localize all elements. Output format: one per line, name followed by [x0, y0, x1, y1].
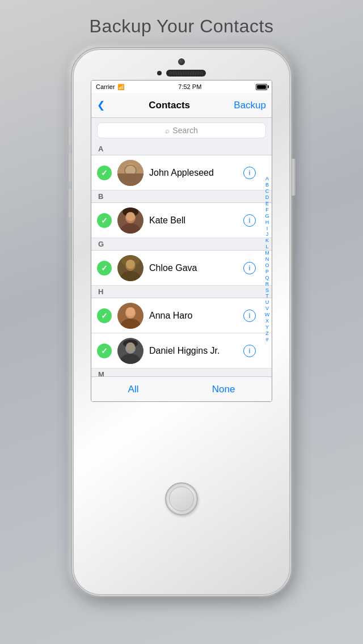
check-icon[interactable]: [97, 261, 112, 276]
status-left: Carrier 📶: [96, 83, 124, 90]
info-button[interactable]: i: [243, 310, 256, 322]
chevron-left-icon: ❮: [97, 99, 105, 111]
svg-point-22: [126, 342, 135, 351]
contact-row[interactable]: Kate Bell i: [91, 203, 272, 238]
avatar: [117, 338, 143, 364]
battery-icon: [256, 84, 267, 90]
az-letter-t[interactable]: T: [265, 294, 269, 299]
none-button[interactable]: None: [212, 384, 235, 395]
check-icon[interactable]: [97, 308, 112, 323]
home-button[interactable]: [165, 482, 198, 515]
az-letter-d[interactable]: D: [265, 195, 269, 201]
az-index: A B C D E F G H I J K L M N O P Q R S T: [263, 143, 272, 376]
contact-row[interactable]: Daniel Higgins Jr. i: [91, 333, 272, 368]
section-header-a: A: [91, 143, 272, 155]
svg-point-17: [126, 307, 135, 316]
contact-name: Kate Bell: [149, 215, 243, 226]
info-button[interactable]: i: [243, 214, 256, 227]
speaker-grille: [166, 70, 206, 77]
check-icon[interactable]: [97, 166, 112, 180]
section-header-g: G: [91, 238, 272, 251]
az-letter-v[interactable]: V: [265, 306, 269, 312]
az-letter-f[interactable]: F: [265, 207, 269, 213]
home-button-inner: [169, 486, 194, 511]
az-letter-j[interactable]: J: [266, 232, 269, 238]
svg-point-13: [126, 260, 135, 269]
az-letter-e[interactable]: E: [265, 201, 269, 207]
avatar: [117, 207, 143, 234]
info-button[interactable]: i: [243, 345, 256, 357]
contact-row[interactable]: Chloe Gava i: [91, 251, 272, 286]
az-letter-r[interactable]: R: [265, 282, 269, 287]
phone-bottom: [165, 402, 198, 596]
nav-title: Contacts: [149, 100, 190, 111]
az-letter-l[interactable]: L: [265, 244, 268, 250]
svg-point-8: [126, 212, 135, 221]
avatar: [117, 303, 143, 329]
search-placeholder: Search: [172, 126, 197, 135]
contact-name: Anna Haro: [149, 311, 243, 321]
status-right: [256, 84, 267, 90]
svg-rect-0: [117, 160, 143, 186]
contact-row[interactable]: Anna Haro i: [91, 298, 272, 333]
az-letter-m[interactable]: M: [265, 251, 269, 256]
phone-top-area: [72, 48, 291, 77]
az-letter-o[interactable]: O: [265, 263, 269, 269]
search-container: ⌕ Search: [91, 118, 272, 143]
volume-up-button[interactable]: [67, 153, 71, 181]
section-header-b: B: [91, 190, 272, 203]
az-letter-b[interactable]: B: [265, 183, 269, 188]
az-letter-p[interactable]: P: [265, 269, 269, 275]
section-header-m: M: [91, 368, 272, 376]
contact-row[interactable]: John Appleseed i: [91, 155, 272, 190]
az-letter-u[interactable]: U: [265, 300, 269, 306]
svg-point-1: [125, 164, 136, 176]
phone-shell: Carrier 📶 7:52 PM ❮ Contacts Backup ⌕ Se…: [71, 47, 292, 597]
carrier-label: Carrier: [96, 83, 115, 90]
check-icon[interactable]: [97, 344, 112, 358]
search-icon: ⌕: [165, 126, 170, 135]
bottom-toolbar: All None: [91, 376, 272, 401]
info-button[interactable]: i: [243, 262, 256, 274]
front-camera: [178, 58, 185, 65]
az-letter-q[interactable]: Q: [265, 276, 269, 281]
az-letter-hash[interactable]: #: [265, 337, 268, 343]
az-letter-z[interactable]: Z: [265, 331, 269, 337]
az-letter-k[interactable]: K: [265, 238, 269, 244]
az-letter-i[interactable]: I: [267, 226, 268, 232]
back-button[interactable]: ❮: [97, 99, 105, 111]
svg-point-2: [120, 176, 141, 186]
sensor-dot: [157, 71, 162, 75]
section-header-h: H: [91, 286, 272, 298]
sleep-wake-button[interactable]: [292, 159, 296, 196]
mute-button[interactable]: [67, 128, 71, 145]
contact-name: Daniel Higgins Jr.: [149, 346, 243, 356]
check-icon[interactable]: [97, 213, 112, 228]
info-button[interactable]: i: [243, 167, 256, 179]
avatar: [117, 160, 143, 186]
nav-bar: ❮ Contacts Backup: [91, 93, 272, 118]
all-button[interactable]: All: [128, 384, 139, 395]
time-label: 7:52 PM: [178, 83, 201, 90]
az-letter-c[interactable]: C: [265, 189, 269, 194]
avatar: [117, 255, 143, 281]
volume-down-button[interactable]: [67, 189, 71, 217]
az-letter-x[interactable]: X: [265, 319, 269, 324]
az-letter-a[interactable]: A: [265, 176, 269, 182]
svg-point-3: [126, 164, 135, 174]
contacts-list: A John Appleseed i B: [91, 143, 272, 376]
az-letter-y[interactable]: Y: [265, 325, 269, 331]
battery-fill: [257, 85, 266, 89]
wifi-icon: 📶: [117, 84, 124, 90]
az-letter-w[interactable]: W: [265, 312, 270, 318]
speaker-area: [157, 70, 206, 77]
status-bar: Carrier 📶 7:52 PM: [91, 80, 272, 93]
az-letter-g[interactable]: G: [265, 214, 269, 219]
contact-name: Chloe Gava: [149, 263, 243, 273]
az-letter-n[interactable]: N: [265, 257, 269, 262]
az-letter-s[interactable]: S: [265, 288, 269, 294]
backup-button[interactable]: Backup: [234, 100, 266, 111]
az-letter-h[interactable]: H: [265, 220, 269, 226]
search-bar[interactable]: ⌕ Search: [97, 122, 266, 138]
page-title: Backup Your Contacts: [90, 16, 274, 37]
